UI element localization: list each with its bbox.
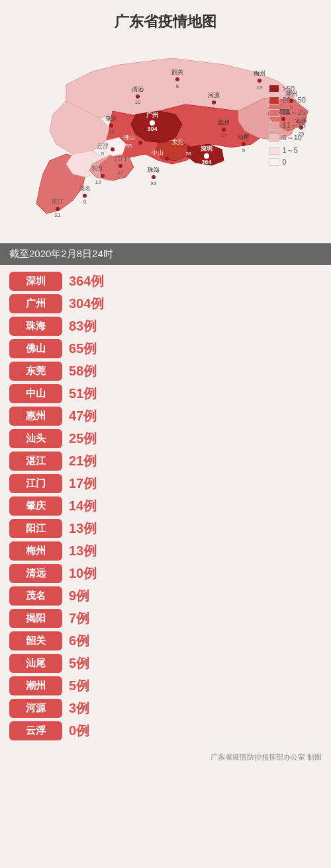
city-row: 韶关6例: [9, 631, 322, 651]
city-name-tag: 茂名: [9, 586, 62, 606]
svg-point-38: [204, 153, 209, 159]
legend-color-gt50: [269, 85, 279, 93]
city-row: 珠海83例: [9, 317, 322, 336]
city-row: 广州304例: [9, 294, 322, 313]
legend-item-26-50: 26～50: [269, 95, 306, 105]
city-count: 5例: [69, 654, 89, 672]
page-title: 广东省疫情地图: [0, 0, 331, 38]
svg-text:肇庆: 肇庆: [105, 115, 117, 122]
city-row: 中山51例: [9, 384, 322, 403]
city-count: 17例: [69, 475, 97, 493]
svg-text:深圳: 深圳: [201, 145, 213, 152]
city-count: 13例: [69, 520, 97, 537]
svg-point-44: [242, 142, 246, 146]
svg-text:珠海: 珠海: [148, 167, 160, 173]
svg-point-30: [222, 128, 226, 132]
map-legend: >50 26～50 16～25 11～15 6～10 1～5: [269, 85, 306, 166]
svg-text:6: 6: [176, 83, 179, 89]
city-name-tag: 云浮: [9, 721, 62, 740]
svg-text:0: 0: [101, 151, 105, 157]
city-row: 阳江13例: [9, 519, 322, 538]
svg-point-33: [187, 145, 191, 149]
svg-text:3: 3: [213, 106, 216, 112]
legend-item-11-15: 11～15: [269, 120, 306, 130]
legend-label-1-5: 1～5: [283, 145, 298, 155]
city-count: 21例: [69, 452, 97, 470]
city-name-tag: 阳江: [9, 519, 62, 538]
svg-text:83: 83: [151, 180, 157, 186]
city-name-tag: 中山: [9, 384, 62, 403]
city-count: 25例: [69, 430, 97, 448]
svg-text:汕尾: 汕尾: [238, 134, 250, 140]
city-row: 汕尾5例: [9, 654, 322, 673]
legend-color-11-15: [269, 122, 279, 130]
svg-text:14: 14: [109, 129, 115, 135]
map-section: 韶关 6 清远 10 河源 3 梅州 13 潮州 5 揭阳: [0, 38, 331, 243]
city-list: 深圳364例广州304例珠海83例佛山65例东莞58例中山51例惠州47例汕头2…: [0, 269, 331, 747]
svg-point-0: [175, 77, 179, 81]
svg-point-9: [258, 79, 261, 83]
city-count: 51例: [69, 385, 97, 403]
city-name-tag: 湛江: [9, 452, 62, 471]
legend-label-26-50: 26～50: [283, 95, 306, 105]
city-count: 304例: [69, 295, 104, 313]
city-name-tag: 韶关: [9, 631, 62, 651]
svg-point-47: [111, 147, 115, 151]
city-name-tag: 河源: [9, 699, 62, 718]
legend-item-6-10: 6～10: [269, 133, 306, 143]
city-count: 13例: [69, 542, 97, 560]
city-count: 364例: [69, 272, 104, 290]
footer: 广东省疫情防控指挥部办公室 制图: [0, 747, 331, 769]
city-name-tag: 清远: [9, 564, 62, 583]
svg-text:河源: 河源: [208, 92, 220, 99]
svg-text:17: 17: [118, 169, 124, 175]
city-row: 惠州47例: [9, 407, 322, 426]
svg-text:9: 9: [83, 199, 87, 205]
legend-color-6-10: [269, 134, 279, 142]
svg-text:湛江: 湛江: [52, 198, 64, 205]
city-count: 14例: [69, 497, 97, 515]
svg-point-3: [136, 95, 140, 99]
city-row: 云浮0例: [9, 721, 322, 740]
city-row: 东莞58例: [9, 362, 322, 381]
legend-label-gt50: >50: [283, 85, 295, 93]
svg-text:58: 58: [186, 151, 192, 157]
svg-text:304: 304: [147, 126, 157, 132]
svg-text:梅州: 梅州: [253, 70, 265, 77]
city-count: 47例: [69, 407, 97, 425]
city-count: 65例: [69, 340, 97, 358]
legend-color-0: [269, 158, 279, 166]
legend-label-6-10: 6～10: [283, 133, 302, 143]
city-row: 揭阳7例: [9, 609, 322, 628]
svg-text:茂名: 茂名: [79, 185, 91, 192]
svg-point-41: [152, 175, 156, 179]
city-row: 湛江21例: [9, 452, 322, 471]
city-name-tag: 深圳: [9, 272, 62, 291]
city-count: 3例: [69, 699, 89, 717]
svg-point-50: [118, 164, 122, 168]
svg-point-21: [109, 124, 113, 128]
svg-text:65: 65: [126, 143, 132, 149]
svg-text:云浮: 云浮: [97, 143, 109, 149]
svg-text:清远: 清远: [132, 86, 144, 93]
city-name-tag: 广州: [9, 294, 62, 313]
svg-text:中山: 中山: [152, 149, 164, 156]
legend-item-1-5: 1～5: [269, 145, 306, 155]
legend-label-0: 0: [283, 158, 287, 166]
svg-point-24: [150, 120, 155, 126]
svg-text:阳江: 阳江: [92, 165, 104, 172]
map-container: 韶关 6 清远 10 河源 3 梅州 13 潮州 5 揭阳: [13, 45, 318, 237]
svg-text:13: 13: [257, 85, 263, 91]
legend-color-16-25: [269, 109, 279, 117]
city-row: 江门17例: [9, 474, 322, 493]
city-row: 梅州13例: [9, 541, 322, 561]
city-row: 茂名9例: [9, 586, 322, 606]
city-count: 9例: [69, 587, 89, 605]
svg-text:佛山: 佛山: [123, 134, 135, 141]
svg-text:韶关: 韶关: [171, 69, 183, 75]
legend-item-0: 0: [269, 158, 306, 166]
date-banner: 截至2020年2月8日24时: [0, 243, 331, 265]
svg-text:10: 10: [135, 99, 141, 105]
svg-text:5: 5: [242, 147, 246, 153]
legend-item-gt50: >50: [269, 85, 306, 93]
